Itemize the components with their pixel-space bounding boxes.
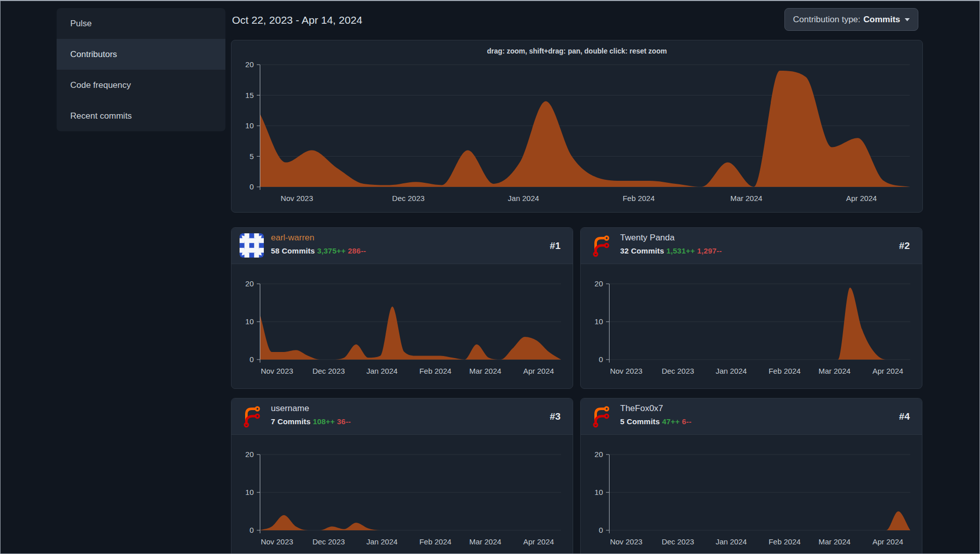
all-contributions-chart[interactable]: 05101520Nov 2023Dec 2023Jan 2024Feb 2024… [231, 40, 922, 212]
svg-text:Dec 2023: Dec 2023 [392, 194, 425, 203]
deletions-count: 6-- [682, 417, 691, 426]
deletions-count: 1,297-- [697, 246, 722, 255]
svg-text:Mar 2024: Mar 2024 [818, 367, 850, 375]
svg-text:20: 20 [594, 279, 603, 288]
svg-text:Dec 2023: Dec 2023 [662, 537, 694, 546]
svg-text:Nov 2023: Nov 2023 [610, 367, 642, 375]
svg-text:Apr 2024: Apr 2024 [523, 537, 554, 546]
forgejo-logo-avatar [589, 404, 613, 428]
contributor-stats: 58 Commits 3,375++ 286-- [271, 246, 366, 255]
svg-text:Nov 2023: Nov 2023 [610, 537, 642, 546]
svg-text:Jan 2024: Jan 2024 [366, 537, 398, 546]
svg-text:Dec 2023: Dec 2023 [312, 367, 345, 375]
commit-count: 5 Commits [620, 417, 660, 426]
sidebar-item-pulse[interactable]: Pulse [57, 8, 225, 39]
contributor-chart[interactable]: 01020Nov 2023Dec 2023Jan 2024Feb 2024Mar… [231, 264, 573, 389]
svg-text:Dec 2023: Dec 2023 [312, 537, 345, 546]
svg-text:0: 0 [250, 182, 254, 191]
sidebar-item-contributors[interactable]: Contributors [57, 39, 225, 70]
svg-text:20: 20 [245, 450, 254, 459]
svg-text:Mar 2024: Mar 2024 [730, 194, 762, 203]
svg-text:Jan 2024: Jan 2024 [716, 537, 747, 546]
additions-count: 3,375++ [317, 246, 345, 255]
svg-text:Nov 2023: Nov 2023 [261, 367, 293, 375]
svg-text:Feb 2024: Feb 2024 [769, 537, 801, 546]
commit-count: 58 Commits [271, 246, 315, 255]
additions-count: 47++ [662, 417, 680, 426]
contributor-rank: #1 [550, 240, 561, 251]
sidebar-item-code-frequency[interactable]: Code frequency [57, 70, 225, 100]
contributor-card: earl-warren 58 Commits 3,375++ 286-- #1 … [231, 227, 573, 389]
contribution-type-value: Commits [863, 15, 900, 25]
svg-text:10: 10 [594, 317, 603, 326]
contributor-name: username [271, 404, 309, 414]
svg-text:Feb 2024: Feb 2024 [623, 194, 655, 203]
forgejo-logo-avatar [589, 233, 613, 258]
contribution-type-label: Contribution type: [793, 15, 860, 25]
commit-count: 7 Commits [271, 417, 311, 426]
svg-text:Jan 2024: Jan 2024 [508, 194, 539, 203]
svg-text:20: 20 [245, 279, 254, 288]
main-chart-panel: drag: zoom, shift+drag: pan, double clic… [231, 40, 923, 213]
commit-count: 32 Commits [620, 246, 664, 255]
svg-text:Jan 2024: Jan 2024 [366, 367, 398, 375]
date-range-title: Oct 22, 2023 - Apr 14, 2024 [232, 14, 362, 26]
contributor-stats: 5 Commits 47++ 6-- [620, 417, 691, 426]
additions-count: 108++ [313, 417, 335, 426]
svg-text:Nov 2023: Nov 2023 [281, 194, 313, 203]
svg-text:Apr 2024: Apr 2024 [872, 537, 903, 546]
chevron-down-icon [905, 18, 910, 21]
contributor-card-header: Twenty Panda 32 Commits 1,531++ 1,297-- … [581, 228, 922, 264]
contributor-name: TheFox0x7 [620, 404, 663, 414]
svg-text:Nov 2023: Nov 2023 [261, 537, 293, 546]
svg-text:0: 0 [250, 526, 254, 534]
activity-sidebar-menu: Pulse Contributors Code frequency Recent… [57, 8, 225, 131]
svg-text:Mar 2024: Mar 2024 [469, 367, 501, 375]
contributor-rank: #4 [899, 411, 910, 422]
deletions-count: 36-- [337, 417, 351, 426]
svg-text:Apr 2024: Apr 2024 [872, 367, 903, 375]
contributor-name-link[interactable]: earl-warren [271, 233, 314, 243]
contributor-chart[interactable]: 01020Nov 2023Dec 2023Jan 2024Feb 2024Mar… [581, 434, 922, 554]
svg-text:Feb 2024: Feb 2024 [419, 367, 451, 375]
contributor-card-header: TheFox0x7 5 Commits 47++ 6-- #4 [581, 398, 922, 435]
svg-text:10: 10 [594, 488, 603, 496]
contributor-rank: #3 [550, 411, 561, 422]
svg-text:Dec 2023: Dec 2023 [662, 367, 694, 375]
svg-text:Feb 2024: Feb 2024 [419, 537, 451, 546]
contributor-stats: 7 Commits 108++ 36-- [271, 417, 351, 426]
contributor-rank: #2 [899, 240, 910, 251]
svg-text:20: 20 [594, 450, 603, 459]
svg-text:10: 10 [245, 317, 254, 326]
svg-text:Apr 2024: Apr 2024 [846, 194, 877, 203]
user-avatar-identicon[interactable] [240, 233, 264, 258]
contributor-card-header: earl-warren 58 Commits 3,375++ 286-- #1 [231, 228, 573, 264]
contributor-card: username 7 Commits 108++ 36-- #3 01020No… [231, 398, 573, 554]
contributor-chart[interactable]: 01020Nov 2023Dec 2023Jan 2024Feb 2024Mar… [581, 264, 922, 389]
svg-text:15: 15 [245, 91, 254, 99]
contributor-card: TheFox0x7 5 Commits 47++ 6-- #4 01020Nov… [580, 398, 922, 554]
svg-text:0: 0 [250, 355, 254, 364]
svg-text:5: 5 [250, 152, 254, 161]
deletions-count: 286-- [348, 246, 366, 255]
svg-text:0: 0 [599, 526, 603, 534]
contributor-chart[interactable]: 01020Nov 2023Dec 2023Jan 2024Feb 2024Mar… [231, 434, 573, 554]
svg-text:10: 10 [245, 121, 254, 130]
svg-text:Mar 2024: Mar 2024 [818, 537, 850, 546]
svg-text:Mar 2024: Mar 2024 [469, 537, 501, 546]
contribution-type-dropdown[interactable]: Contribution type: Commits [784, 8, 918, 31]
contributors-page: Pulse Contributors Code frequency Recent… [0, 0, 980, 554]
contributor-stats: 32 Commits 1,531++ 1,297-- [620, 246, 722, 255]
sidebar-item-recent-commits[interactable]: Recent commits [57, 100, 225, 131]
svg-text:Feb 2024: Feb 2024 [769, 367, 801, 375]
svg-text:10: 10 [245, 488, 254, 496]
contributor-name: Twenty Panda [620, 233, 675, 243]
forgejo-logo-avatar [240, 404, 264, 428]
svg-text:0: 0 [599, 355, 603, 364]
additions-count: 1,531++ [666, 246, 694, 255]
svg-text:20: 20 [245, 60, 254, 69]
contributor-card: Twenty Panda 32 Commits 1,531++ 1,297-- … [580, 227, 922, 389]
svg-text:Jan 2024: Jan 2024 [716, 367, 747, 375]
contributor-card-header: username 7 Commits 108++ 36-- #3 [231, 398, 573, 435]
svg-text:Apr 2024: Apr 2024 [523, 367, 554, 375]
